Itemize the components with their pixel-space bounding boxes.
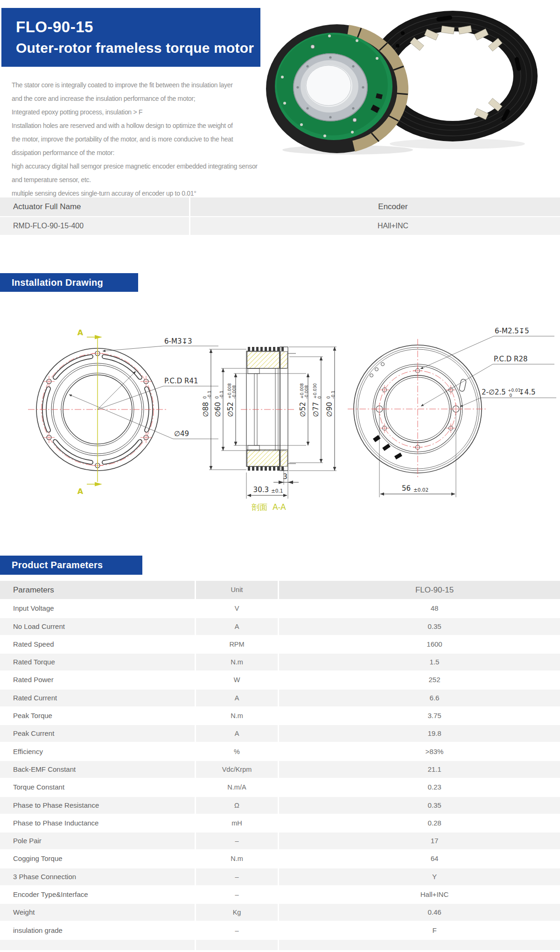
params-header-unit: Unit — [196, 581, 278, 599]
param-value-cell: 252 — [279, 671, 560, 688]
summary-header-encoder: Encoder — [190, 197, 560, 216]
param-value-cell: F — [279, 922, 560, 939]
param-name-cell: Peak Current — [0, 725, 195, 742]
param-value-cell: 48 — [279, 600, 560, 617]
param-value-cell: 64 — [279, 850, 560, 867]
svg-text:-0.008: -0.008 — [232, 385, 237, 399]
param-unit-cell: W — [196, 671, 278, 688]
svg-text:0: 0 — [215, 396, 219, 399]
param-unit-cell: RPM — [196, 636, 278, 653]
table-row: Peak CurrentA19.8 — [0, 725, 560, 742]
param-value-cell: 21.1 — [279, 761, 560, 778]
param-unit-cell: Kg — [196, 904, 278, 921]
param-name-cell: Pole Pair — [0, 832, 195, 849]
svg-text:+0.008: +0.008 — [227, 383, 232, 399]
summary-value-encoder: HAll+INC — [190, 217, 560, 235]
params-table: Parameters Unit FLO-90-15 Input VoltageV… — [0, 581, 560, 951]
param-value-cell: 0.28 — [279, 815, 560, 832]
back-dim-56-tol: ±0.02 — [413, 487, 428, 493]
param-name-cell: Rated Current — [0, 690, 195, 706]
svg-text:0: 0 — [326, 396, 331, 399]
section-view: ∅88 0 -0.1 ∅60 0 -0.1 ∅52 +0.008 -0.008 … — [202, 347, 336, 512]
param-name-cell: Back-EMF Constant — [0, 761, 195, 778]
table-row: 3 Phase Connection–Y — [0, 868, 560, 885]
param-value-cell: 0.35 — [279, 618, 560, 635]
summary-header-actuator: Actuator Full Name — [0, 197, 189, 216]
section-caption-cn: 剖面 — [252, 502, 267, 512]
param-value-cell: 19.8 — [279, 725, 560, 742]
svg-text:-0.1: -0.1 — [207, 390, 212, 399]
table-row: Cogging TorqueN.m64 — [0, 850, 560, 867]
svg-text:0: 0 — [203, 396, 207, 399]
table-row: Encoder Type&Interface–Hall+INC — [0, 886, 560, 903]
param-value-cell: 0.46 — [279, 904, 560, 921]
hero-banner: FLO-90-15 Outer-rotor frameless torque m… — [1, 8, 260, 67]
dim-d52-left: ∅52 — [226, 402, 235, 417]
param-name-cell: Weight — [0, 904, 195, 921]
param-unit-cell: N.m/A — [196, 779, 278, 796]
param-unit-cell: – — [196, 922, 278, 939]
svg-text:+0.008: +0.008 — [300, 383, 304, 399]
table-row: Phase to Phase ResistanceΩ0.35 — [0, 797, 560, 814]
param-unit-cell: mH — [196, 815, 278, 832]
summary-value-actuator: RMD-FLO-90-15-400 — [0, 217, 189, 235]
description-line: The stator core is integrally coated to … — [12, 78, 258, 92]
param-unit-cell: A — [196, 690, 278, 706]
params-header-parameters: Parameters — [0, 581, 195, 599]
description-line: and temperature sensor, etc. — [12, 173, 258, 187]
param-value-cell: 3.75 — [279, 707, 560, 724]
param-name-cell: 3 Phase Connection — [0, 868, 195, 885]
param-unit-cell: N.m — [196, 707, 278, 724]
table-row: Input VoltageV48 — [0, 600, 560, 617]
param-unit-cell: V — [196, 600, 278, 617]
description-line: Integrated epoxy potting process, insula… — [12, 106, 258, 119]
param-name-cell: Phase to Phase Inductance — [0, 815, 195, 832]
dim-3: 3 — [283, 472, 287, 481]
table-row: WeightKg0.46 — [0, 904, 560, 921]
svg-text:-0.008: -0.008 — [304, 385, 309, 399]
section-product-parameters: Product Parameters — [0, 556, 142, 575]
table-row: Torque ConstantN.m/A0.23 — [0, 779, 560, 796]
svg-text:-0.1: -0.1 — [219, 390, 224, 399]
params-partial-row — [0, 940, 560, 950]
param-value-cell: 0.23 — [279, 779, 560, 796]
param-value-cell: 17 — [279, 832, 560, 849]
description-line: high accuracy digital hall semgor presic… — [12, 160, 258, 173]
param-unit-cell: – — [196, 886, 278, 903]
front-label-bore: ∅49 — [174, 430, 189, 438]
summary-data-row: RMD-FLO-90-15-400 HAll+INC — [0, 217, 560, 235]
svg-text:+0.030: +0.030 — [313, 383, 317, 399]
dim-d88: ∅88 — [202, 402, 210, 417]
param-unit-cell: Ω — [196, 797, 278, 814]
section-marker-top: A — [77, 328, 84, 337]
param-unit-cell: Vdc/Krpm — [196, 761, 278, 778]
summary-table: Actuator Full Name Encoder RMD-FLO-90-15… — [0, 197, 560, 235]
param-value-cell: 0.35 — [279, 797, 560, 814]
param-name-cell: insulation grade — [0, 922, 195, 939]
param-value-cell: Hall+INC — [279, 886, 560, 903]
front-view: A A 6-M3↧3 P.C.D R41 ∅49 — [28, 328, 218, 496]
param-value-cell: 1600 — [279, 636, 560, 653]
param-name-cell: Rated Speed — [0, 636, 195, 653]
installation-drawing: A A 6-M3↧3 P.C.D R41 ∅49 — [0, 299, 560, 523]
param-unit-cell: N.m — [196, 654, 278, 670]
param-unit-cell: N.m — [196, 850, 278, 867]
back-label-pcd: P.C.D R28 — [494, 355, 528, 363]
product-subtitle: Outer-rotor frameless torque motor — [16, 40, 260, 56]
table-row: Rated PowerW252 — [0, 671, 560, 688]
table-row: insulation grade–F — [0, 922, 560, 939]
dim-d60: ∅60 — [214, 402, 222, 417]
params-header-row: Parameters Unit FLO-90-15 — [0, 581, 560, 599]
table-row: Rated CurrentA6.6 — [0, 690, 560, 706]
param-name-cell: Efficiency — [0, 743, 195, 760]
stator-assembly — [266, 24, 408, 153]
description-line: the motor, improve the portability of th… — [12, 133, 258, 146]
product-photo-illustration — [257, 2, 558, 157]
param-value-cell: 6.6 — [279, 690, 560, 706]
params-header-model: FLO-90-15 — [279, 581, 560, 599]
description-line: Installation holes are reserved and with… — [12, 119, 258, 133]
param-name-cell: Phase to Phase Resistance — [0, 797, 195, 814]
description-line: dissipation performance of the motor: — [12, 146, 258, 160]
table-row: Phase to Phase InductancemH0.28 — [0, 815, 560, 832]
front-label-holes: 6-M3↧3 — [164, 337, 192, 346]
